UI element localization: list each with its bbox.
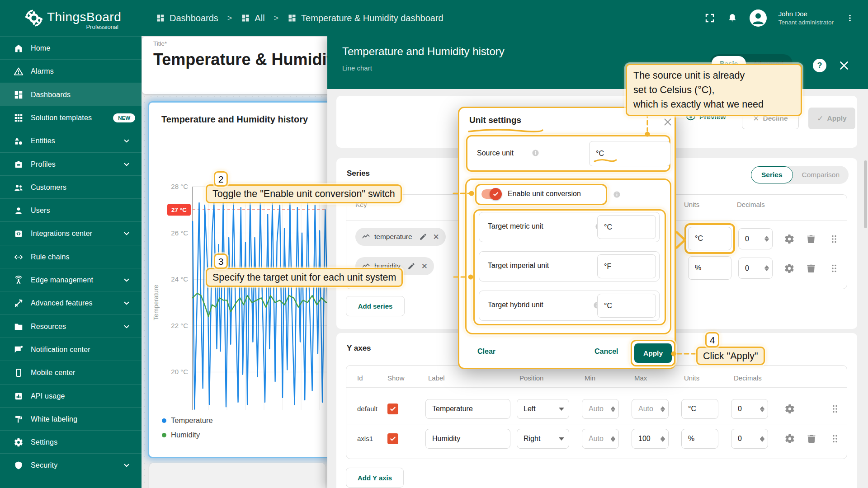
panel-close-icon[interactable] [838,60,850,71]
drag-icon[interactable] [829,263,840,274]
sidebar-item-users[interactable]: Users [0,198,142,222]
sidebar-item-alarms[interactable]: Alarms [0,59,142,83]
yaxes-header-position: Position [519,374,543,382]
decimals-input[interactable]: 0 [738,228,773,249]
axis-units-input[interactable]: % [681,429,718,449]
notifications-bell-icon[interactable] [727,13,738,23]
breadcrumb-item[interactable]: Temperature & Humidity dashboard [288,13,443,23]
stepper-arrows[interactable] [660,436,665,442]
panel-subtitle: Line chart [342,64,372,72]
sidebar-item-customers[interactable]: Customers [0,175,142,199]
stepper-arrows[interactable] [611,406,615,412]
trash-icon[interactable] [806,263,816,274]
edit-pencil-icon[interactable] [419,233,427,241]
sidebar-item-api-usage[interactable]: API usage [0,384,142,408]
apply-button-disabled[interactable]: ✓ Apply [808,108,855,129]
breadcrumb-item[interactable]: Dashboards [156,13,218,23]
sidebar-item-edge-management[interactable]: Edge management [0,268,142,291]
legend-item-temperature[interactable]: Temperature [162,416,213,425]
axis-label-input[interactable]: Temperature [425,399,510,419]
gear-icon[interactable] [784,234,795,244]
max-input[interactable]: Auto [632,399,669,419]
drag-icon[interactable] [829,234,840,244]
sidebar-item-advanced-features[interactable]: Advanced features [0,291,142,314]
target-label: Target metric unit [488,222,543,230]
toggle-label: Enable unit conversion [508,190,581,198]
stepper-arrows[interactable] [660,406,665,412]
stepper-arrows[interactable] [760,436,764,442]
min-input[interactable]: Auto [582,399,619,419]
sidebar-item-notification-center[interactable]: Notification center [0,338,142,361]
customers-icon [14,183,24,192]
legend-label: Humidity [171,431,200,439]
show-checkbox[interactable] [387,404,398,414]
modal-title: Unit settings [469,115,521,125]
cancel-button[interactable]: Cancel [594,347,618,356]
axis-units-input[interactable]: °C [681,399,718,419]
help-button[interactable]: ? [813,59,826,72]
decimals-input[interactable]: 0 [738,258,773,279]
sidebar-item-solution-templates[interactable]: Solution templatesNEW [0,106,142,129]
modal-close-icon[interactable] [663,117,673,127]
panel-scrollbar[interactable] [864,160,867,228]
axis-decimals-input[interactable]: 0 [731,399,768,419]
user-block[interactable]: John Doe Tenant administrator [778,9,834,27]
remove-chip-icon[interactable]: ✕ [421,262,428,271]
gear-icon[interactable] [784,263,795,274]
units-input[interactable]: % [688,256,731,280]
position-select[interactable]: Right [517,429,569,449]
add-series-button[interactable]: Add series [346,296,405,316]
sidebar-item-resources[interactable]: Resources [0,314,142,338]
drag-icon[interactable] [830,404,840,414]
gear-icon[interactable] [784,404,795,414]
kebab-menu-icon[interactable] [845,13,854,23]
dashboard-icon [288,14,297,23]
target-label: Target hybrid unit [488,301,543,309]
stepper-arrows[interactable] [764,236,769,242]
sidebar-item-profiles[interactable]: Profiles [0,152,142,176]
stepper-arrows[interactable] [760,406,764,412]
breadcrumb-item[interactable]: All [241,13,264,23]
show-checkbox[interactable] [387,433,398,444]
sidebar-item-dashboards[interactable]: Dashboards [0,83,142,106]
sidebar-item-rule-chains[interactable]: Rule chains [0,245,142,268]
avatar[interactable] [750,9,767,27]
min-input[interactable]: Auto [582,429,619,449]
target-unit-input[interactable]: °F [597,254,656,278]
add-y-axis-button[interactable]: Add Y axis [346,468,404,488]
legend-item-humidity[interactable]: Humidity [162,431,213,439]
trash-icon[interactable] [806,234,816,244]
fullscreen-icon[interactable] [704,13,715,23]
sidebar-item-entities[interactable]: Entities [0,129,142,152]
gear-icon[interactable] [784,433,795,444]
sidebar-item-home[interactable]: Home [0,36,142,60]
toggle-comparison[interactable]: Comparison [793,167,849,183]
entities-icon [14,136,24,146]
value-underline-squiggle [594,159,617,163]
max-input[interactable]: 100 [632,429,669,449]
select-caret-icon [559,437,564,441]
drag-icon[interactable] [830,433,840,444]
target-unit-input[interactable]: °C [597,294,656,318]
trash-icon[interactable] [806,433,817,444]
sidebar-item-white-labeling[interactable]: White labeling [0,407,142,431]
edit-pencil-icon[interactable] [407,262,415,270]
stepper-arrows[interactable] [764,265,769,271]
sidebar-item-security[interactable]: Security [0,453,142,477]
sidebar-item-integrations-center[interactable]: Integrations center [0,221,142,245]
next-widget-card[interactable] [149,463,326,488]
toggle-series[interactable]: Series [751,166,793,183]
position-select[interactable]: Left [517,399,569,419]
sidebar-item-settings[interactable]: Settings [0,430,142,454]
clear-button[interactable]: Clear [477,347,495,356]
sidebar-item-label: Dashboards [31,91,71,99]
axis-decimals-input[interactable]: 0 [731,429,768,449]
stepper-arrows[interactable] [611,436,615,442]
remove-chip-icon[interactable]: ✕ [433,232,439,242]
axis-label-input[interactable]: Humidity [425,429,510,449]
modal-apply-button[interactable]: Apply [634,343,672,363]
target-unit-input[interactable]: °C [597,215,656,239]
step-badge-2: 2 [214,171,228,187]
sidebar-item-mobile-center[interactable]: Mobile center [0,361,142,384]
series-chip-temperature[interactable]: temperature✕ [355,228,446,246]
